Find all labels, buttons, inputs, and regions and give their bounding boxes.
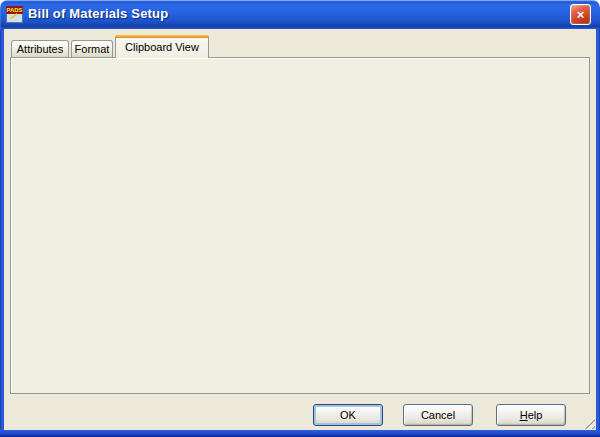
tab-label: Attributes xyxy=(17,43,63,55)
tab[interactable]: Format xyxy=(71,40,113,57)
window-frame-left xyxy=(0,28,4,437)
tab-label: Format xyxy=(75,43,110,55)
bill-of-materials-dialog: PADS Bill of Materials Setup × Attribute… xyxy=(0,0,600,437)
tab[interactable]: Attributes xyxy=(11,40,69,57)
window-title: Bill of Materials Setup xyxy=(28,6,168,21)
close-button[interactable]: × xyxy=(570,4,591,25)
close-icon: × xyxy=(577,7,585,22)
tab-strip: Attributes Format Clipboard View xyxy=(11,35,209,58)
window-frame-right xyxy=(596,28,600,437)
resize-grip[interactable] xyxy=(582,416,595,429)
tab-panel-clipboard-view xyxy=(10,57,590,394)
tab[interactable]: Clipboard View xyxy=(115,35,209,58)
ok-button[interactable]: OK xyxy=(313,404,383,426)
titlebar[interactable]: PADS Bill of Materials Setup × xyxy=(0,0,600,29)
help-button[interactable]: Help xyxy=(496,404,566,426)
tab-label: Clipboard View xyxy=(125,41,199,53)
pads-app-icon: PADS xyxy=(6,6,23,23)
window-frame-bottom xyxy=(0,430,600,437)
cancel-button[interactable]: Cancel xyxy=(403,404,473,426)
